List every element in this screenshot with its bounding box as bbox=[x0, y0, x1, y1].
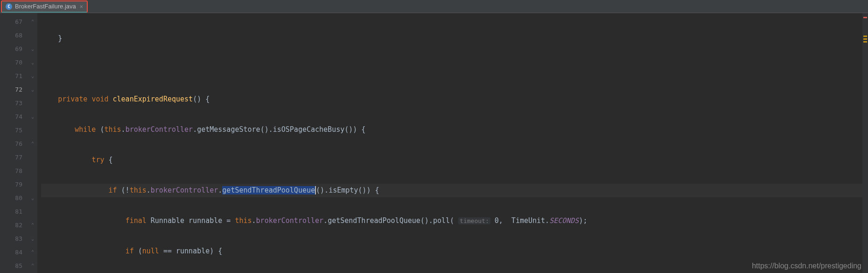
line-number: 80 bbox=[0, 191, 28, 205]
line-number: 83 bbox=[0, 232, 28, 245]
code-editor[interactable]: 67 68 69 70 71 72 73 74 75 76 77 78 79 8… bbox=[0, 13, 868, 273]
fold-icon[interactable]: ⌃ bbox=[28, 259, 37, 273]
code-line: if (!this.brokerController.getSendThread… bbox=[41, 184, 868, 197]
error-mark[interactable] bbox=[863, 17, 867, 18]
line-number: 68 bbox=[0, 29, 28, 42]
line-number: 70 bbox=[0, 56, 28, 69]
line-number: 71 bbox=[0, 69, 28, 83]
warning-mark[interactable] bbox=[863, 38, 867, 40]
code-area[interactable]: } private void cleanExpiredRequest() { w… bbox=[37, 13, 868, 273]
fold-icon[interactable]: ⌄ bbox=[28, 110, 37, 123]
warning-mark[interactable] bbox=[863, 36, 867, 37]
code-line: final Runnable runnable = this.brokerCon… bbox=[41, 214, 868, 228]
line-number: 76 bbox=[0, 137, 28, 151]
line-number: 74 bbox=[0, 110, 28, 123]
line-number: 82 bbox=[0, 218, 28, 232]
file-tab[interactable]: C BrokerFastFailure.java × bbox=[1, 0, 88, 13]
line-number: 79 bbox=[0, 178, 28, 191]
fold-icon[interactable]: ⌃ bbox=[28, 137, 37, 151]
code-line: private void cleanExpiredRequest() { bbox=[41, 93, 868, 106]
line-number: 78 bbox=[0, 164, 28, 178]
line-number-gutter: 67 68 69 70 71 72 73 74 75 76 77 78 79 8… bbox=[0, 13, 28, 273]
fold-icon[interactable]: ⌃ bbox=[28, 245, 37, 259]
line-number: 84 bbox=[0, 245, 28, 259]
tab-bar: C BrokerFastFailure.java × bbox=[0, 0, 868, 13]
code-line: if (null == runnable) { bbox=[41, 244, 868, 258]
watermark: https://blog.csdn.net/prestigeding bbox=[752, 262, 861, 270]
fold-icon[interactable]: ⌄ bbox=[28, 232, 37, 245]
line-number: 69 bbox=[0, 42, 28, 56]
fold-icon[interactable]: ⌃ bbox=[28, 218, 37, 232]
close-icon[interactable]: × bbox=[80, 3, 83, 10]
line-number: 73 bbox=[0, 96, 28, 110]
line-number: 72 bbox=[0, 83, 28, 96]
code-line bbox=[41, 62, 868, 76]
tab-label: BrokerFastFailure.java bbox=[15, 3, 76, 10]
code-line: while (this.brokerController.getMessageS… bbox=[41, 123, 868, 136]
fold-icon[interactable]: ⌄ bbox=[28, 69, 37, 83]
line-number: 75 bbox=[0, 123, 28, 137]
warning-mark[interactable] bbox=[863, 41, 867, 43]
line-number: 67 bbox=[0, 15, 28, 29]
line-number: 77 bbox=[0, 151, 28, 164]
fold-icon[interactable]: ⌃ bbox=[28, 15, 37, 29]
fold-icon[interactable]: ⌄ bbox=[28, 83, 37, 96]
fold-gutter: ⌃ ⌄ ⌄ ⌄ ⌄ ⌄ ⌃ ⌄ ⌃ ⌄ ⌃ ⌃ bbox=[28, 13, 37, 273]
fold-icon[interactable]: ⌄ bbox=[28, 191, 37, 205]
line-number: 81 bbox=[0, 205, 28, 218]
line-number: 85 bbox=[0, 259, 28, 273]
fold-icon[interactable]: ⌄ bbox=[28, 56, 37, 69]
code-line: } bbox=[41, 32, 868, 45]
marker-bar[interactable] bbox=[862, 13, 868, 273]
code-line: try { bbox=[41, 153, 868, 167]
class-icon: C bbox=[6, 3, 12, 10]
fold-icon[interactable]: ⌄ bbox=[28, 42, 37, 56]
